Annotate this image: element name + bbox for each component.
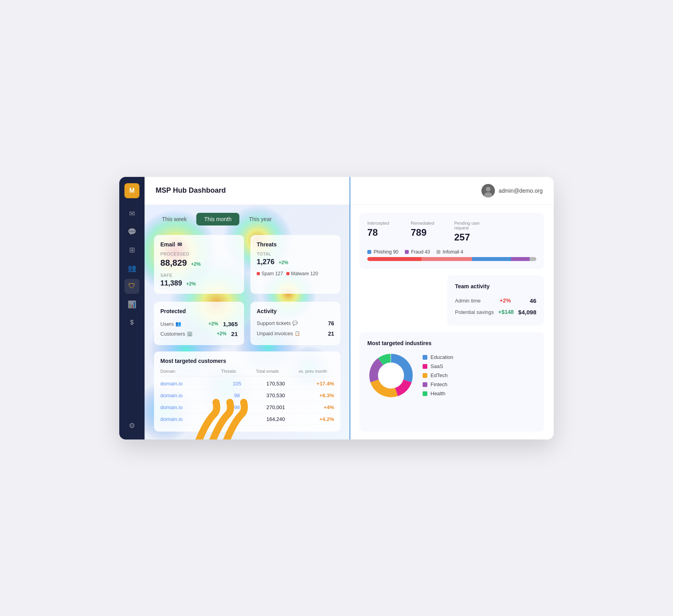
pending-label: Pending user request — [454, 221, 493, 230]
admin-label: Admin time — [455, 298, 481, 304]
threats-card: Threats Total 1,276 +2% Spam 127 — [250, 235, 340, 294]
processed-value: 88,829 +2% — [160, 258, 238, 268]
intercepted-item: Intercepted 78 — [367, 221, 406, 243]
emails-cell: 370,530 — [256, 393, 295, 398]
avatar — [481, 184, 495, 197]
targeted-table-header: Domain Threats Total emails vs. prev mon… — [160, 369, 334, 376]
threats-section-label: Threats — [257, 241, 334, 248]
threat-legend: Phishing 90 Fraud 43 Infomail 4 — [367, 249, 536, 255]
pending-value: 257 — [454, 232, 493, 243]
targeted-title: Most targeted customers — [160, 358, 334, 364]
team-activity-title: Team activity — [455, 283, 536, 289]
tab-this-month[interactable]: This month — [196, 213, 239, 225]
chart-icon[interactable]: 📊 — [124, 297, 139, 312]
protected-card: Protected Users 👥 +2% 1,365 — [154, 302, 244, 345]
threats-bar — [367, 257, 536, 261]
threats-cell: 105 — [221, 381, 253, 387]
chat-icon[interactable]: 💬 — [124, 224, 139, 239]
change-cell: +17.4% — [299, 381, 334, 387]
domain-cell: domain.io — [160, 381, 218, 387]
savings-row: Potential savings +$148 $4,098 — [455, 306, 536, 318]
customers-count: 21 — [231, 331, 238, 337]
industry-label: Education — [430, 354, 453, 360]
industry-dot — [423, 373, 427, 378]
targeted-card: Most targeted customers Domain Threats T… — [154, 351, 340, 432]
protected-activity-row: Protected Users 👥 +2% 1,365 — [154, 302, 340, 345]
pending-item: Pending user request 257 — [454, 221, 493, 243]
industry-dot — [423, 382, 427, 387]
emails-cell: 170,530 — [256, 381, 295, 387]
dashboard-body: This week This month This year Email ✉ P… — [145, 205, 554, 439]
col-prev: vs. prev month — [299, 369, 334, 374]
activity-title: Activity — [257, 308, 334, 314]
grid-icon[interactable]: ⊞ — [124, 242, 139, 257]
users-row: Users 👥 +2% 1,365 — [160, 319, 238, 329]
unpaid-invoices-row: Unpaid invoices 📋 21 — [257, 329, 334, 339]
threats-summary-top: Intercepted 78 Remediated 789 Pending us… — [367, 221, 536, 243]
vertical-divider — [350, 177, 350, 439]
intercepted-label: Intercepted — [367, 221, 406, 225]
emails-cell: 164,240 — [256, 416, 295, 422]
unpaid-label: Unpaid invoices 📋 — [257, 331, 300, 336]
threats-total-value: 1,276 +2% — [257, 258, 334, 266]
table-row: domain.io 98 370,530 +8.3% — [160, 390, 334, 402]
infomail-legend: Infomail 4 — [436, 249, 463, 255]
donut-chart — [367, 352, 415, 399]
users-count: 1,365 — [223, 321, 238, 327]
threat-tags: Spam 127 Malware 120 — [257, 271, 334, 276]
activity-card: Activity Support tickets 💬 76 Unpaid inv… — [250, 302, 340, 345]
customers-row: Customers 🏢 +2% 21 — [160, 329, 238, 339]
industry-label: SaaS — [430, 363, 443, 369]
tab-this-week[interactable]: This week — [154, 213, 195, 225]
col-domain: Domain — [160, 369, 218, 374]
customers-label: Customers 🏢 — [160, 331, 193, 337]
right-panel: Intercepted 78 Remediated 789 Pending us… — [350, 205, 554, 439]
phishing-bar — [472, 257, 511, 261]
safe-label: Safe — [160, 273, 238, 278]
user-email: admin@demo.org — [499, 188, 543, 194]
change-cell: +4% — [299, 404, 334, 410]
industries-title: Most targeted industires — [367, 340, 536, 346]
time-filter-tabs: This week This month This year — [154, 213, 340, 225]
safe-value: 11,389 +2% — [160, 279, 238, 287]
settings-icon[interactable]: ⚙ — [124, 418, 139, 433]
industry-item: SaaS — [423, 363, 453, 369]
savings-change: +$148 — [498, 309, 514, 315]
support-label: Support tickets 💬 — [257, 320, 298, 326]
industry-label: EdTech — [430, 372, 447, 378]
email-section-label: Email ✉ — [160, 241, 238, 248]
mail-icon[interactable]: ✉ — [124, 206, 139, 221]
threats-summary-card: Intercepted 78 Remediated 789 Pending us… — [359, 213, 544, 269]
top-stats-row: Email ✉ Processed 88,829 +2% Safe 11,389 — [154, 235, 340, 294]
col-threats: Threats — [221, 369, 253, 374]
table-row: domain.io 98 164,240 +4.2% — [160, 413, 334, 425]
industry-item: Fintech — [423, 381, 453, 387]
shield-icon[interactable]: 🛡 — [124, 279, 139, 294]
remediated-item: Remediated 789 — [411, 221, 449, 243]
threats-cell: 98 — [221, 404, 253, 410]
savings-value: $4,098 — [518, 309, 536, 316]
phishing-legend: Phishing 90 — [367, 249, 399, 255]
tab-this-year[interactable]: This year — [241, 213, 280, 225]
page-header: MSP Hub Dashboard admin@demo.org — [145, 177, 554, 205]
change-cell: +8.3% — [299, 393, 334, 398]
left-panel: This week This month This year Email ✉ P… — [145, 205, 350, 439]
table-row: domain.io 98 270,001 +4% — [160, 402, 334, 413]
industries-card: Most targeted industires — [359, 332, 544, 432]
savings-label: Potential savings — [455, 309, 494, 315]
domain-cell: domain.io — [160, 416, 218, 422]
malware-tag: Malware 120 — [286, 271, 318, 276]
targeted-table-body: domain.io 105 170,530 +17.4% domain.io 9… — [160, 378, 334, 425]
users-icon[interactable]: 👥 — [124, 261, 139, 276]
svg-point-1 — [486, 187, 491, 192]
unpaid-count: 21 — [328, 331, 334, 337]
support-count: 76 — [328, 320, 334, 327]
user-info: admin@demo.org — [481, 184, 543, 197]
industry-label: Fintech — [430, 381, 447, 387]
processed-label: Processed — [160, 252, 238, 256]
fraud-legend: Fraud 43 — [405, 249, 430, 255]
protected-title: Protected — [160, 308, 238, 314]
fraud-bar — [511, 257, 530, 261]
dollar-icon[interactable]: $ — [124, 315, 139, 330]
industry-item: EdTech — [423, 372, 453, 378]
